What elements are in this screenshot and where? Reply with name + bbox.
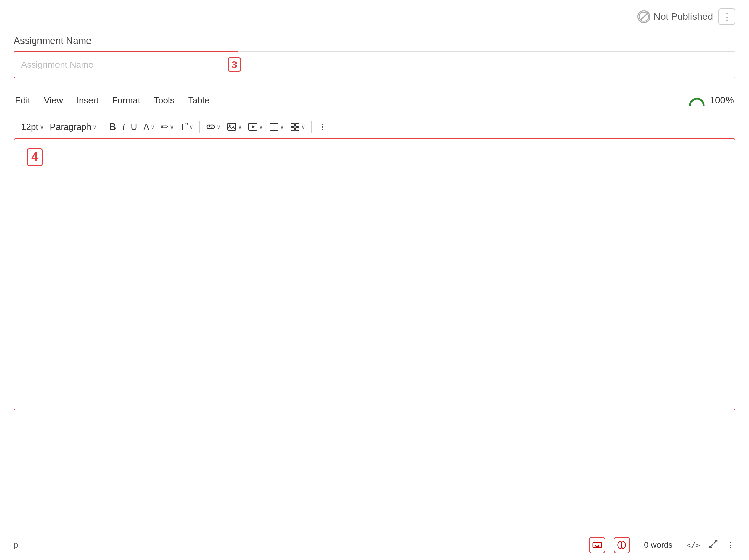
badge-3: 3 <box>228 57 241 72</box>
badge-4: 4 <box>27 148 43 166</box>
assignment-name-input[interactable] <box>14 51 238 78</box>
assignment-name-label: Assignment Name <box>14 35 735 46</box>
toolbar: 12pt ∨ Paragraph ∨ B I U A ∨ ✏ ∨ <box>14 115 735 139</box>
blocks-icon <box>290 122 300 131</box>
assignment-input-wrapper: 3 <box>14 51 238 78</box>
paragraph-chevron: ∨ <box>93 124 97 130</box>
accessibility-indicator: 100% <box>688 92 734 109</box>
assignment-name-extra-field[interactable] <box>238 51 735 78</box>
svg-marker-5 <box>252 125 255 128</box>
expand-icon <box>708 539 718 549</box>
toolbar-divider-3 <box>311 121 312 133</box>
toolbar-divider-2 <box>199 121 200 133</box>
media-button[interactable]: ∨ <box>246 121 265 133</box>
assignment-name-row: 3 <box>14 51 735 78</box>
italic-button[interactable]: I <box>120 120 127 134</box>
underline-icon: U <box>131 122 137 132</box>
svg-line-1 <box>640 14 647 20</box>
font-color-chevron: ∨ <box>151 124 155 130</box>
keyboard-button[interactable] <box>589 537 605 553</box>
svg-line-27 <box>622 547 623 549</box>
table-icon <box>269 122 279 131</box>
menu-bar: Edit View Insert Format Tools Table 100% <box>14 92 735 109</box>
menu-items: Edit View Insert Format Tools Table <box>15 95 209 106</box>
svg-line-31 <box>714 540 717 544</box>
italic-icon: I <box>122 122 125 132</box>
keyboard-icon <box>592 540 602 550</box>
paragraph-style-selector[interactable]: Paragraph ∨ <box>48 120 99 134</box>
svg-point-23 <box>621 542 623 544</box>
menu-format[interactable]: Format <box>112 95 140 106</box>
underline-button[interactable]: U <box>129 120 140 134</box>
svg-line-28 <box>710 544 713 548</box>
status-right-group: 0 words </> ⋮ <box>589 537 735 553</box>
menu-tools[interactable]: Tools <box>154 95 175 106</box>
menu-insert[interactable]: Insert <box>77 95 99 106</box>
svg-rect-10 <box>296 123 299 126</box>
superscript-button[interactable]: T2 ∨ <box>178 120 196 134</box>
menu-table[interactable]: Table <box>188 95 209 106</box>
media-chevron: ∨ <box>259 124 263 130</box>
image-button[interactable]: ∨ <box>225 121 244 133</box>
svg-rect-21 <box>596 546 599 547</box>
status-badge: Not Published <box>637 10 713 23</box>
top-bar: Not Published ⋮ <box>0 0 749 32</box>
accessibility-arc-icon <box>688 92 705 109</box>
expand-button[interactable] <box>708 539 718 551</box>
media-icon <box>248 122 258 131</box>
highlight-icon: ✏ <box>161 122 168 132</box>
more-options-icon: ⋮ <box>722 11 732 22</box>
status-more-button[interactable]: ⋮ <box>727 540 735 550</box>
svg-rect-12 <box>296 128 299 131</box>
blocks-chevron: ∨ <box>301 124 305 130</box>
menu-edit[interactable]: Edit <box>15 95 30 106</box>
svg-rect-11 <box>291 128 294 131</box>
more-options-button[interactable]: ⋮ <box>718 8 735 25</box>
toolbar-divider-1 <box>103 121 103 133</box>
bold-button[interactable]: B <box>107 120 118 134</box>
blocks-button[interactable]: ∨ <box>288 121 307 133</box>
main-content: Assignment Name 3 Edit View Insert Forma… <box>0 32 749 424</box>
image-chevron: ∨ <box>238 124 242 130</box>
highlight-chevron: ∨ <box>170 124 174 130</box>
table-chevron: ∨ <box>280 124 284 130</box>
font-size-chevron: ∨ <box>40 124 44 130</box>
accessibility-button[interactable] <box>614 537 630 553</box>
link-icon <box>206 123 215 131</box>
word-count: 0 words <box>638 540 678 550</box>
code-view-button[interactable]: </> <box>686 541 700 549</box>
superscript-chevron: ∨ <box>189 124 193 130</box>
svg-rect-9 <box>291 123 294 126</box>
svg-point-0 <box>639 12 648 21</box>
not-published-icon <box>637 10 650 23</box>
font-color-icon: A <box>143 122 149 132</box>
status-bar: p <box>0 530 749 560</box>
editor-content-row: 4 <box>20 145 729 165</box>
image-icon <box>227 122 237 131</box>
accessibility-percent: 100% <box>710 95 734 106</box>
toolbar-more-button[interactable]: ⋮ <box>316 121 330 133</box>
editor-area[interactable]: 4 <box>14 138 735 410</box>
paragraph-style-value: Paragraph <box>50 122 91 132</box>
link-button[interactable]: ∨ <box>204 122 223 132</box>
link-chevron: ∨ <box>217 124 221 130</box>
highlight-button[interactable]: ✏ ∨ <box>159 120 176 134</box>
status-label: Not Published <box>654 11 713 22</box>
table-button[interactable]: ∨ <box>267 121 286 133</box>
superscript-icon: T2 <box>180 122 188 132</box>
menu-view[interactable]: View <box>44 95 63 106</box>
font-size-value: 12pt <box>21 122 38 132</box>
accessibility-icon <box>617 540 626 550</box>
element-tag: p <box>14 540 18 550</box>
bold-icon: B <box>109 121 116 132</box>
font-size-selector[interactable]: 12pt ∨ <box>19 120 46 134</box>
font-color-button[interactable]: A ∨ <box>141 120 157 134</box>
